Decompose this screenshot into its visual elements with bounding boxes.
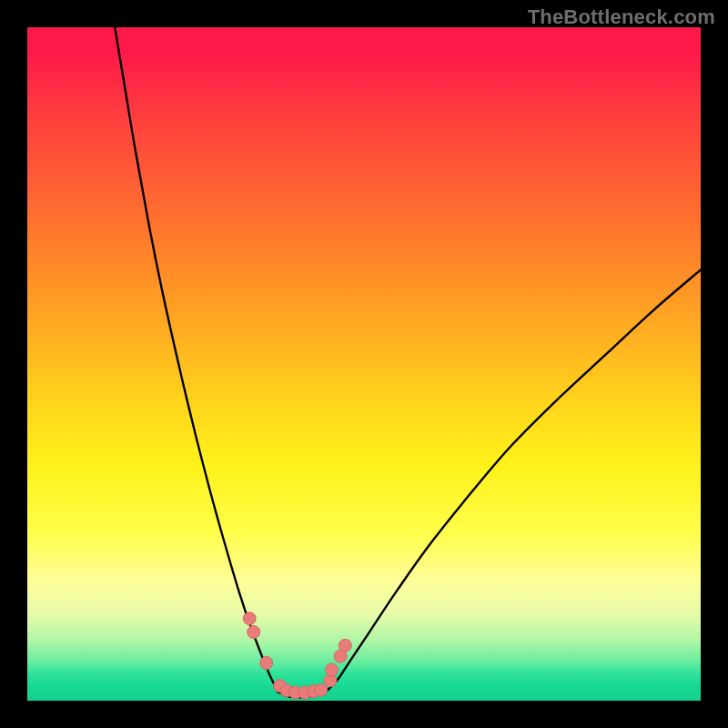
data-marker — [325, 663, 338, 676]
bottleneck-curve — [115, 27, 701, 697]
data-marker — [260, 657, 273, 670]
curve-layer — [27, 27, 701, 701]
chart-stage: TheBottleneck.com — [0, 0, 728, 728]
marker-group — [243, 612, 351, 699]
data-marker — [315, 683, 328, 696]
plot-area — [27, 27, 701, 701]
data-marker — [248, 626, 260, 639]
data-marker — [243, 612, 256, 625]
watermark-text: TheBottleneck.com — [528, 5, 715, 29]
data-marker — [339, 639, 351, 652]
